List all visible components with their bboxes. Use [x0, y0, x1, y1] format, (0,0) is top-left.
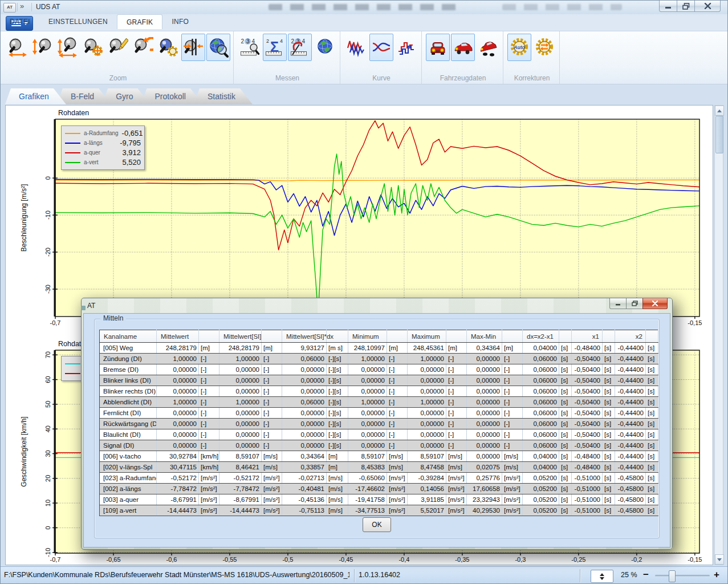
qat-overflow-chevron[interactable]: » [20, 2, 24, 10]
ribbon-tab-einstellungen[interactable]: EINSTELLUNGEN [39, 14, 117, 29]
table-row[interactable]: Rückwärtsgang (DI)0,00000[-]0,00000[-]0,… [100, 419, 658, 429]
dialog-restore-button[interactable] [626, 298, 643, 309]
channel-name-cell: Blinker links (DI) [100, 375, 157, 386]
value-cell: [-] [502, 440, 523, 451]
zoom-vertical-icon[interactable] [31, 34, 55, 61]
column-header[interactable]: Mittelwert[SI]*dx [282, 330, 327, 343]
zoom-horizontal-icon[interactable] [6, 34, 30, 61]
measure-scale-icon[interactable]: 234 [238, 34, 262, 61]
legend-label: a-Radumfang [84, 130, 119, 136]
column-header[interactable] [502, 330, 523, 343]
curve-steps-icon[interactable] [394, 34, 418, 61]
scrollbar-thumb[interactable] [715, 116, 723, 153]
dialog-minimize-button[interactable] [609, 298, 627, 309]
vehicle-data-icon [428, 37, 448, 58]
column-header[interactable] [603, 330, 615, 343]
table-row[interactable]: [006] v-tacho30,92784[km/h]8,59107[m/s]0… [100, 451, 658, 462]
ribbon-tab-info[interactable]: INFO [162, 14, 198, 29]
zoom-pan-gear-icon[interactable] [81, 34, 105, 61]
legend-line-swatch [65, 133, 80, 134]
column-header[interactable]: Maximum [408, 330, 446, 343]
value-cell: [-] [262, 440, 282, 451]
ribbon-group-label: Messen [235, 74, 340, 82]
zoom-slider[interactable] [655, 575, 710, 577]
column-header[interactable]: Mittelwert[SI] [219, 330, 262, 343]
table-row[interactable]: Blinker rechts (DI)0,00000[-]0,00000[-]0… [100, 386, 658, 397]
table-row[interactable]: [023] a-Radumfang-0,52172[m/s²]-0,52172[… [100, 473, 658, 484]
tab-protokoll[interactable]: Protokoll [141, 88, 203, 104]
table-row[interactable]: [005] Weg248,28179[m]248,28179[m]9,93127… [100, 343, 658, 354]
window-minimize-button[interactable] [659, 1, 677, 12]
zoom-settings-gear-icon[interactable] [156, 34, 180, 61]
ribbon-tab-grafik[interactable]: GRAFIK [117, 14, 162, 29]
column-header[interactable]: Minimum [348, 330, 387, 343]
cursor-lines-icon[interactable] [181, 34, 205, 61]
zoom-edit-pencil-icon[interactable] [106, 34, 130, 61]
scroll-up-button[interactable] [715, 106, 724, 116]
table-row[interactable]: Abblendlicht (DI)1,00000[-]1,00000[-]0,0… [100, 397, 658, 408]
column-header[interactable] [559, 330, 572, 343]
value-cell: -0,48400 [572, 462, 603, 473]
column-header[interactable] [387, 330, 408, 343]
ribbon-tab-datei[interactable]: DATEI [1, 14, 39, 29]
column-header[interactable]: Kanalname [100, 330, 157, 343]
vertical-scrollbar[interactable] [714, 105, 723, 565]
zoom-out-button[interactable]: − [643, 569, 649, 581]
table-row[interactable]: [002] a-längs-7,78472[m/s²]-7,78472[m/s²… [100, 484, 658, 494]
vehicle-dynamics-icon[interactable] [476, 34, 500, 61]
table-row[interactable]: Blaulicht (DI)0,00000[-]0,00000[-]0,0000… [100, 429, 658, 440]
column-header[interactable]: dx=x2-x1 [523, 330, 559, 343]
value-cell: [m/s] [327, 484, 348, 494]
table-row[interactable]: [109] a-vert-14,44473[m/s²]-14,44473[m/s… [100, 505, 658, 516]
zoom-undo-icon[interactable] [131, 34, 155, 61]
zoom-full-extent-icon[interactable] [206, 34, 230, 61]
value-cell: [m/s²] [502, 473, 523, 484]
table-row[interactable]: [003] a-quer-8,67991[m/s²]-8,67991[m/s²]… [100, 494, 658, 505]
channel-name-cell: Rückwärtsgang (DI) [100, 419, 157, 429]
measure-world-icon[interactable] [313, 34, 337, 61]
tab-statistik[interactable]: Statistik [194, 88, 253, 104]
fit-spin-control[interactable] [591, 570, 613, 583]
curve-raw-icon[interactable] [344, 34, 368, 61]
acceleration-chart-legend[interactable]: a-Radumfang-0,651a-längs-9,795a-quer3,91… [61, 125, 145, 170]
app-icon[interactable]: AT [3, 3, 16, 13]
value-cell: [s] [646, 419, 658, 429]
value-cell: -0,65060 [348, 473, 387, 484]
value-cell: [-] [502, 386, 523, 397]
dialog-titlebar[interactable]: AT [82, 298, 672, 313]
value-cell: 1,00000 [348, 354, 387, 364]
auto-correction-icon[interactable]: Auto [507, 34, 531, 61]
column-header[interactable] [262, 330, 282, 343]
column-header[interactable] [646, 330, 658, 343]
dialog-close-button[interactable] [642, 298, 668, 309]
plot-area [55, 119, 699, 317]
column-header[interactable]: Mittelwert [157, 330, 199, 343]
table-row[interactable]: Signal (DI)0,00000[-]0,00000[-]0,00000[-… [100, 440, 658, 451]
table-row[interactable]: Blinker links (DI)0,00000[-]0,00000[-]0,… [100, 375, 658, 386]
manual-correction-icon[interactable] [532, 34, 556, 61]
table-row[interactable]: Fernlicht (DI)0,00000[-]0,00000[-]0,0000… [100, 408, 658, 419]
column-header[interactable] [446, 330, 467, 343]
column-header[interactable]: x1 [572, 330, 603, 343]
curve-smooth-icon[interactable] [369, 34, 393, 61]
scroll-down-button[interactable] [715, 554, 724, 565]
vehicle-data-icon[interactable] [426, 34, 450, 61]
window-close-button[interactable] [694, 1, 721, 12]
table-row[interactable]: Zündung (DI)1,00000[-]1,00000[-]0,06000[… [100, 354, 658, 364]
value-cell: [-][s] [327, 429, 348, 440]
column-header[interactable]: Max-Min [467, 330, 502, 343]
measure-curve-icon[interactable]: 234 [288, 34, 312, 61]
vehicle-edit-icon[interactable] [451, 34, 475, 61]
zoom-in-button[interactable]: + [714, 569, 719, 581]
value-cell: -0,44400 [615, 364, 646, 375]
zoom-slider-thumb[interactable] [669, 570, 676, 582]
ok-button[interactable]: OK [363, 517, 391, 532]
window-restore-button[interactable] [677, 1, 695, 12]
column-header[interactable]: x2 [615, 330, 646, 343]
table-row[interactable]: Bremse (DI)0,00000[-]0,00000[-]0,00000[-… [100, 364, 658, 375]
column-header[interactable] [199, 330, 219, 343]
measure-sum-icon[interactable]: 24Σ [263, 34, 287, 61]
tab-grafiken[interactable]: Grafiken [5, 88, 66, 104]
zoom-both-axes-icon[interactable] [56, 34, 80, 61]
table-row[interactable]: [020] v-längs-Spl30,47115[km/h]8,46421[m… [100, 462, 658, 473]
